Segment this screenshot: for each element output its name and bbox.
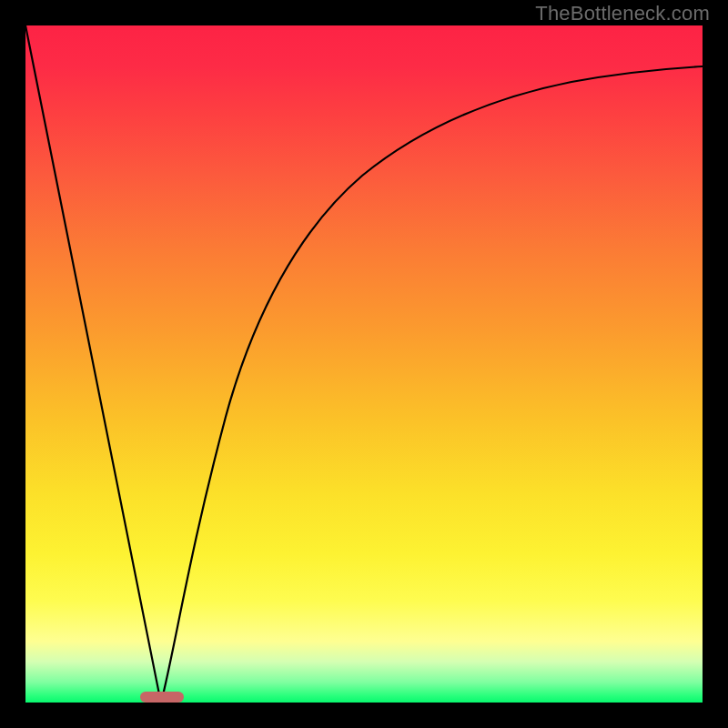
watermark-label: TheBottleneck.com bbox=[535, 2, 710, 25]
optimal-region-marker bbox=[140, 692, 184, 703]
left-curve-branch bbox=[25, 25, 160, 699]
bottleneck-curve bbox=[25, 25, 703, 703]
chart-frame: TheBottleneck.com bbox=[0, 0, 728, 728]
right-curve-branch bbox=[162, 66, 703, 699]
plot-area bbox=[25, 25, 703, 703]
